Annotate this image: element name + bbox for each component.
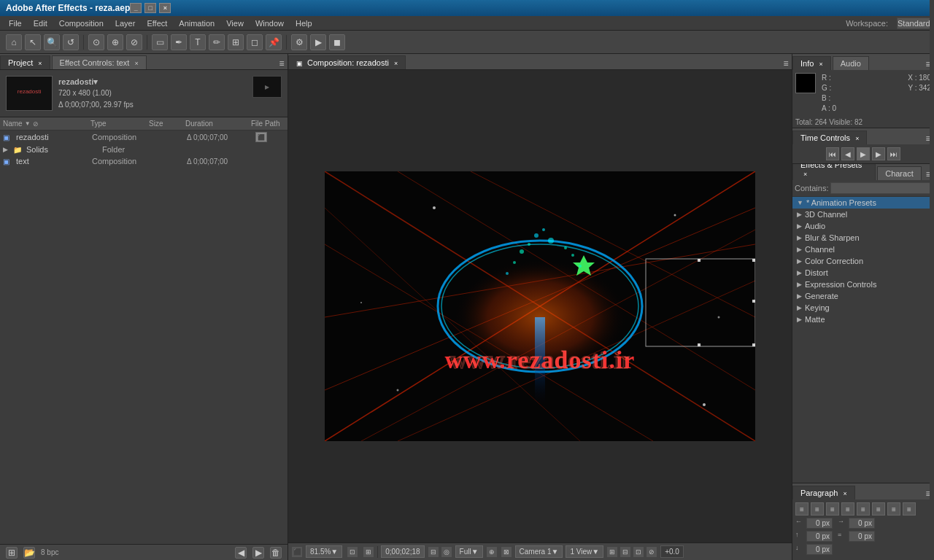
comp-panel-menu[interactable]: ≡ (780, 58, 792, 69)
zoom-select[interactable]: 81.5%▼ (306, 545, 342, 558)
fx-item-keying[interactable]: ▶ Keying (792, 302, 934, 314)
fx-item-generate[interactable]: ▶ Generate (792, 290, 934, 302)
view-snap-icon[interactable]: ⊡ (633, 546, 644, 558)
list-item[interactable]: ▣ text Composition Δ 0;00;07;00 (0, 155, 287, 167)
comp-viewer[interactable]: www.rezadosti.ir www.rezadosti.ir (288, 70, 792, 542)
menu-view[interactable]: View (220, 18, 250, 29)
col-name[interactable]: Name (3, 120, 23, 128)
tab-project-close[interactable]: × (38, 60, 42, 67)
tab-effect-controls[interactable]: Effect Controls: text × (52, 55, 147, 69)
space-after-input[interactable] (806, 544, 833, 555)
fit-icon[interactable]: ⊡ (347, 546, 358, 558)
align-right-btn[interactable]: ≡ (826, 502, 839, 516)
list-item[interactable]: ▶ 📁 Solids Folder (0, 144, 287, 155)
align-justify-right-btn[interactable]: ≡ (857, 502, 870, 516)
tool-home[interactable]: ⌂ (6, 34, 22, 50)
trash-btn[interactable]: 🗑 (270, 547, 282, 559)
tc-next-frame[interactable]: ▶ (872, 147, 885, 160)
view-render-icon[interactable]: ⊘ (646, 546, 657, 558)
tab-character[interactable]: Charact (877, 166, 922, 180)
fx-search-input[interactable] (830, 182, 932, 194)
tc-play[interactable]: ▶ (857, 147, 870, 160)
tool-eraser[interactable]: ◻ (247, 34, 263, 50)
view-grid-icon[interactable]: ⊟ (620, 546, 631, 558)
tc-last-frame[interactable]: ⏭ (887, 147, 900, 160)
tool-zoom[interactable]: 🔍 (44, 34, 60, 50)
tool-pen[interactable]: ✒ (171, 34, 187, 50)
tab-audio[interactable]: Audio (833, 56, 869, 70)
close-button[interactable]: × (159, 3, 171, 13)
comp-preview[interactable]: ◼ (329, 34, 345, 50)
col-duration[interactable]: Duration (185, 120, 251, 128)
view-select[interactable]: 1 View▼ (566, 545, 603, 558)
time-display[interactable]: 0;00;02;18 (381, 545, 424, 558)
toggle-mask-icon[interactable]: ⊟ (428, 546, 439, 558)
align-justify-btn[interactable]: ≡ (841, 502, 854, 516)
tab-project[interactable]: Project × (0, 55, 50, 69)
tool-arrow[interactable]: ↖ (25, 34, 41, 50)
align-special-btn[interactable]: ≡ (903, 502, 916, 516)
tab-composition[interactable]: ▣ Composition: rezadosti × (288, 55, 406, 69)
tool-text[interactable]: T (190, 34, 206, 50)
menu-file[interactable]: File (3, 18, 28, 29)
workspace-select[interactable]: Standard (897, 18, 931, 29)
comp-render[interactable]: ▶ (310, 34, 326, 50)
tab-para-close[interactable]: × (843, 490, 846, 497)
tool-rect-mask[interactable]: ▭ (152, 34, 168, 50)
tab-info[interactable]: Info × (792, 56, 831, 70)
tab-effect-close[interactable]: × (134, 60, 138, 67)
hanging-indent-input[interactable] (849, 531, 875, 542)
minimize-button[interactable]: _ (130, 3, 142, 13)
panel-menu-btn[interactable]: ≡ (276, 58, 287, 69)
tab-comp-close[interactable]: × (394, 60, 398, 67)
tab-tc-close[interactable]: × (855, 135, 859, 142)
tool-camera-dolly[interactable]: ⊘ (126, 34, 142, 50)
fx-item-expression[interactable]: ▶ Expression Controls (792, 279, 934, 290)
fx-item-blur-sharpen[interactable]: ▶ Blur & Sharpen (792, 232, 934, 244)
list-item[interactable]: ▣ rezadosti Composition Δ 0;00;07;00 ⬛ (0, 131, 287, 144)
tool-camera-orbit[interactable]: ⊙ (88, 34, 104, 50)
align-justify-all-btn[interactable]: ≡ (872, 502, 885, 516)
tool-stamp[interactable]: ⊞ (228, 34, 244, 50)
menu-layer[interactable]: Layer (109, 18, 142, 29)
tc-first-frame[interactable]: ⏮ (826, 147, 839, 160)
safe-zones-icon[interactable]: ⊞ (363, 546, 374, 558)
tool-pin[interactable]: 📌 (266, 34, 282, 50)
align-center-btn[interactable]: ≡ (811, 502, 824, 516)
fx-item-distort[interactable]: ▶ Distort (792, 267, 934, 279)
menu-window[interactable]: Window (250, 18, 290, 29)
quality-select[interactable]: Full▼ (455, 545, 483, 558)
tc-prev-frame[interactable]: ◀ (841, 147, 854, 160)
align-left-btn[interactable]: ≡ (795, 502, 808, 516)
menu-composition[interactable]: Composition (53, 18, 109, 29)
tool-camera-track[interactable]: ⊕ (107, 34, 123, 50)
space-before-input[interactable] (806, 531, 833, 542)
next-frame-btn[interactable]: ▶ (252, 547, 264, 559)
align-full-btn[interactable]: ≡ (887, 502, 900, 516)
tab-fx-close[interactable]: × (803, 171, 807, 178)
menu-effect[interactable]: Effect (141, 18, 173, 29)
menu-animation[interactable]: Animation (173, 18, 220, 29)
tab-info-close[interactable]: × (819, 61, 822, 68)
tool-rotate[interactable]: ↺ (63, 34, 79, 50)
new-folder-btn[interactable]: 📂 (23, 547, 35, 559)
prev-frame-btn[interactable]: ◀ (235, 547, 247, 559)
tab-effects-presets[interactable]: Effects & Presets × (792, 164, 876, 180)
menu-help[interactable]: Help (290, 18, 318, 29)
fx-item-color-correction[interactable]: ▶ Color Correction (792, 255, 934, 267)
motion-blur-icon[interactable]: ◎ (441, 546, 452, 558)
fx-item-channel[interactable]: ▶ Channel (792, 244, 934, 255)
menu-edit[interactable]: Edit (28, 18, 53, 29)
fx-scrollbar[interactable] (930, 197, 934, 483)
fx-item-audio[interactable]: ▶ Audio (792, 220, 934, 232)
comp-settings[interactable]: ⚙ (291, 34, 307, 50)
transparency-icon[interactable]: ⊠ (501, 546, 512, 558)
new-comp-btn[interactable]: ⊞ (6, 547, 18, 559)
fx-item-animation-presets[interactable]: ▼ * Animation Presets (792, 197, 934, 209)
maximize-button[interactable]: □ (144, 3, 156, 13)
col-filepath[interactable]: File Path (251, 120, 285, 128)
view-3d-icon[interactable]: ⊞ (606, 546, 618, 558)
indent-right-input[interactable] (849, 518, 875, 529)
tab-time-controls[interactable]: Time Controls × (792, 131, 867, 144)
render-progress-icon[interactable]: ⊕ (486, 546, 498, 558)
